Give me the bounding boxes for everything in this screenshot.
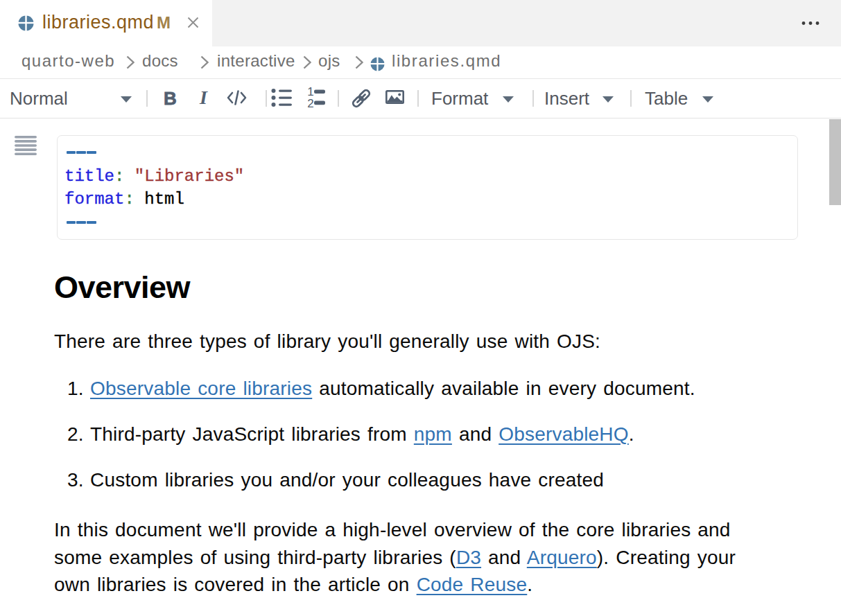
- svg-text:2: 2: [307, 97, 313, 109]
